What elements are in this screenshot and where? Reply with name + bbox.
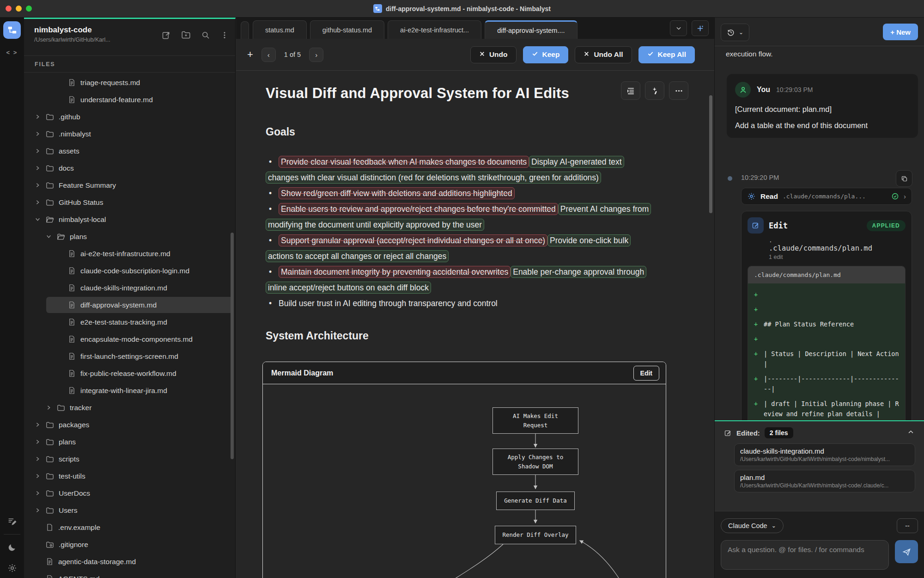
tab-list-chevron-button[interactable] [670, 20, 687, 36]
code-view-icon[interactable]: < > [0, 44, 24, 60]
tree-folder-userdocs[interactable]: UserDocs [24, 485, 235, 502]
tree-folder-scripts[interactable]: scripts [24, 450, 235, 467]
outline-icon[interactable] [621, 81, 640, 100]
chevron-down-icon[interactable] [46, 234, 57, 240]
tree-file-understand-feature-md[interactable]: understand-feature.md [24, 91, 235, 108]
edited-file-card[interactable]: plan.md/Users/karlwirth/GitHub/KarlWirth… [734, 470, 915, 492]
undo-all-button[interactable]: Undo All [575, 46, 632, 63]
tree-file-agents-md[interactable]: AGENTS.md [24, 570, 235, 578]
tree-file-e2e-test-status-tracking-md[interactable]: e2e-test-status-tracking.md [24, 314, 235, 331]
document-icon [68, 284, 76, 292]
document-more-icon[interactable] [669, 81, 688, 100]
tab-status-md[interactable]: status.md [253, 20, 307, 39]
tree-file-encapsulate-mode-components-md[interactable]: encapsulate-mode-components.md [24, 331, 235, 348]
tab-diff-approval-system-[interactable]: diff-approval-system.... [485, 20, 577, 39]
mermaid-edit-button[interactable]: Edit [633, 366, 659, 381]
tree-folder-plans[interactable]: plans [24, 433, 235, 450]
tree-file-ai-e2e-test-infrastructure-md[interactable]: ai-e2e-test-infrastructure.md [24, 245, 235, 262]
tree-folder-packages[interactable]: packages [24, 416, 235, 433]
new-chat-button[interactable]: + New [883, 24, 918, 40]
tree-file-claude-code-subscription-login-md[interactable]: claude-code-subscription-login.md [24, 262, 235, 279]
prev-change-button[interactable]: ‹ [261, 48, 276, 62]
settings-gear-icon[interactable] [0, 558, 24, 578]
keep-button[interactable]: Keep [523, 46, 569, 63]
model-selector[interactable]: Claude Code ⌄ [721, 518, 784, 533]
tree-folder-test-utils[interactable]: test-utils [24, 467, 235, 485]
tree-file-fix-public-release-workflow-md[interactable]: fix-public-release-workflow.md [24, 365, 235, 382]
ai-edit-sparkle-icon[interactable] [645, 81, 664, 100]
tab-github-status-md[interactable]: github-status.md [310, 20, 384, 39]
keep-all-button[interactable]: Keep All [638, 46, 695, 63]
tree-folder-nimbalyst-local[interactable]: nimbalyst-local [24, 211, 235, 228]
chevron-right-icon[interactable] [35, 114, 46, 120]
tree-file-triage-requests-md[interactable]: triage-requests.md [24, 74, 235, 91]
bullet-marker: • [266, 185, 279, 201]
chevron-right-icon[interactable] [35, 456, 46, 462]
tree-file-diff-approval-system-md[interactable]: diff-approval-system.md [24, 296, 235, 314]
tree-file--gitignore[interactable]: .gitignore [24, 536, 235, 553]
tree-item-label: fix-public-release-workflow.md [80, 369, 176, 378]
search-icon[interactable] [201, 31, 210, 40]
tree-file-first-launch-settings-screen-md[interactable]: first-launch-settings-screen.md [24, 348, 235, 365]
button-label: Keep All [658, 50, 686, 59]
tree-file-integrate-with-linear-jira-md[interactable]: integrate-with-linear-jira.md [24, 382, 235, 399]
notes-icon[interactable] [0, 511, 24, 531]
read-tool-card[interactable]: Read .claude/commands/pla... › [741, 188, 912, 205]
new-ai-tab-button[interactable] [692, 20, 709, 36]
sidebar-scrollbar[interactable] [231, 233, 234, 459]
copy-response-button[interactable] [896, 170, 912, 187]
chevron-right-icon[interactable] [35, 490, 46, 496]
tree-folder--nimbalyst[interactable]: .nimbalyst [24, 125, 235, 142]
minimize-button[interactable] [16, 6, 22, 12]
chevron-right-icon[interactable] [35, 507, 46, 513]
diff-deletion[interactable]: Provide clear visual feedback when AI ma… [279, 156, 529, 168]
tree-folder-docs[interactable]: docs [24, 160, 235, 177]
dark-mode-icon[interactable] [0, 537, 24, 558]
chevron-right-icon[interactable] [35, 165, 46, 171]
chevron-down-icon[interactable] [35, 216, 46, 222]
chevron-right-icon[interactable] [35, 148, 46, 154]
new-folder-icon[interactable] [181, 30, 191, 40]
chevron-right-icon[interactable] [35, 199, 46, 205]
chevron-right-icon[interactable] [35, 439, 46, 445]
diff-deletion[interactable]: Maintain document integrity by preventin… [279, 266, 511, 278]
zoom-button[interactable] [26, 6, 32, 12]
edit-file-icon[interactable] [162, 31, 171, 40]
edited-file-card[interactable]: claude-skills-integration.md/Users/karlw… [734, 443, 915, 466]
next-change-button[interactable]: › [309, 48, 323, 62]
tree-folder-plans[interactable]: plans [24, 228, 235, 245]
chevron-right-icon[interactable] [35, 422, 46, 428]
tree-file-claude-skills-integration-md[interactable]: claude-skills-integration.md [24, 279, 235, 296]
tree-folder-github-status[interactable]: GitHub Status [24, 194, 235, 211]
add-change-button[interactable]: + [247, 49, 253, 60]
tree-file-agentic-data-storage-md[interactable]: agentic-data-storage.md [24, 553, 235, 570]
send-button[interactable] [895, 540, 918, 563]
tree-folder-users[interactable]: Users [24, 502, 235, 519]
chevron-right-icon[interactable] [35, 182, 46, 188]
diff-deletion[interactable]: Show red/green diff view with deletions … [279, 187, 515, 199]
tree-file--env-example[interactable]: .env.example [24, 519, 235, 536]
user-message-card: You 10:29:03 PM [Current document: plan.… [727, 74, 918, 138]
collapse-chevron-icon[interactable] [907, 429, 918, 437]
tab-ai-e2e-test-infrastruct-[interactable]: ai-e2e-test-infrastruct... [388, 20, 481, 39]
ask-input[interactable] [721, 540, 889, 570]
more-options-icon[interactable] [220, 31, 229, 39]
tree-folder--github[interactable]: .github [24, 108, 235, 125]
folder-icon [46, 489, 54, 498]
close-button[interactable] [6, 6, 12, 12]
diff-deletion[interactable]: Support granular approval (accept/reject… [279, 234, 547, 246]
tree-folder-feature-summary[interactable]: Feature Summary [24, 177, 235, 194]
diff-deletion[interactable]: Enable users to review and approve/rejec… [279, 203, 558, 215]
files-panel-icon[interactable] [3, 21, 21, 39]
document-icon [68, 352, 76, 360]
undo-button[interactable]: Undo [470, 46, 517, 63]
tree-item-label: e2e-test-status-tracking.md [80, 318, 167, 326]
detail-toggle-button[interactable]: -- [897, 518, 918, 533]
chevron-right-icon[interactable] [35, 473, 46, 479]
chevron-right-icon[interactable] [35, 131, 46, 137]
tree-folder-tracker[interactable]: tracker [24, 399, 235, 416]
chevron-right-icon[interactable] [46, 405, 57, 411]
document-scrollbar[interactable] [709, 95, 712, 213]
history-button[interactable]: ⌄ [721, 24, 749, 41]
tree-folder-assets[interactable]: assets [24, 142, 235, 160]
